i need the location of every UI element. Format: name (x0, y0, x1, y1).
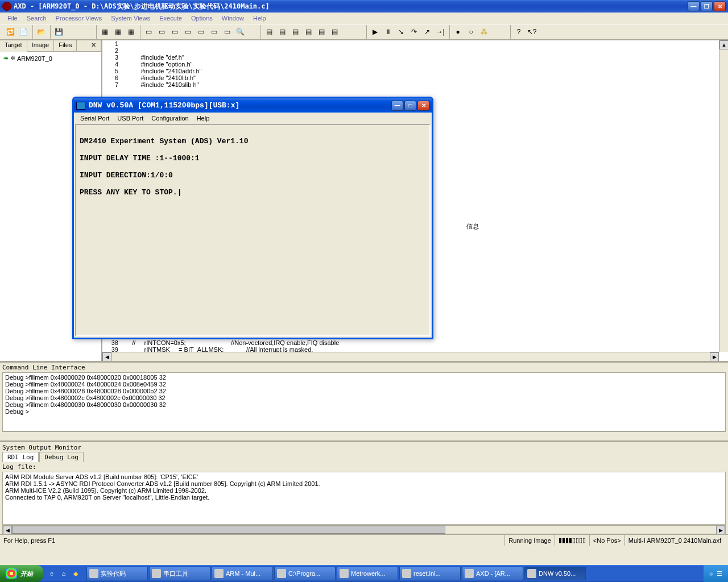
code-vscroll[interactable]: ▲ (719, 40, 728, 352)
tab-close[interactable]: ✕ (77, 40, 101, 51)
tab-rdi-log[interactable]: RDI Log (2, 452, 39, 462)
dnw-menu-serial[interactable]: Serial Port (77, 114, 112, 122)
task-icon (89, 569, 98, 578)
menu-search[interactable]: Search (23, 14, 51, 23)
tb-w2[interactable]: ▭ (155, 26, 168, 38)
tab-target[interactable]: Target (0, 40, 27, 52)
tb-c3[interactable]: ▤ (289, 26, 301, 38)
menu-help[interactable]: Help (249, 14, 270, 23)
dnw-maximize-button[interactable]: □ (404, 101, 416, 111)
dnw-menu-config[interactable]: Configuration (148, 114, 191, 122)
code-hscroll[interactable]: ◀ ▶ (102, 352, 719, 361)
ql-app-icon[interactable]: ◆ (71, 568, 81, 579)
tb-bp1[interactable]: ● (452, 26, 464, 38)
dnw-close-button[interactable]: ✕ (417, 101, 429, 111)
tb-reload[interactable]: 🔁 (4, 26, 16, 38)
dnw-terminal[interactable]: DM2410 Experiment System (ADS) Ver1.10 I… (75, 124, 431, 336)
task-item[interactable]: Metrowerk... (337, 567, 398, 580)
tray-icon[interactable]: ☰ (717, 570, 722, 577)
task-icon (277, 569, 286, 578)
tab-image[interactable]: Image (27, 40, 55, 51)
tb-w7[interactable]: ▭ (221, 26, 233, 38)
windows-flag-icon (6, 568, 17, 579)
scroll-right-icon[interactable]: ▶ (716, 526, 725, 535)
task-item[interactable]: reset.ini... (399, 567, 461, 580)
tb-open[interactable]: 📂 (35, 26, 47, 38)
tb-save[interactable]: 💾 (52, 26, 65, 38)
system-tray[interactable]: ⟐ ☰ (704, 565, 728, 582)
status-running: Running Image (504, 535, 555, 546)
tb-c5[interactable]: ▤ (315, 26, 328, 38)
tb-c4[interactable]: ▤ (302, 26, 315, 38)
minimize-button[interactable]: — (688, 1, 700, 11)
tb-bp2[interactable]: ○ (465, 26, 477, 38)
scroll-left-icon[interactable]: ◀ (102, 352, 111, 361)
tb-v2[interactable]: ▦ (111, 26, 124, 38)
axd-title-bar[interactable]: AXD - [ARM920T_0 - D:\ADS实验\步进电机驱动实验\实验代… (0, 0, 728, 13)
tb-find[interactable]: 🔍 (234, 26, 246, 38)
ql-ie-icon[interactable]: e (47, 568, 57, 579)
menu-options[interactable]: Options (187, 14, 217, 23)
ql-desktop-icon[interactable]: ⌂ (59, 568, 69, 579)
tb-load[interactable]: 📄 (17, 26, 30, 38)
tb-w6[interactable]: ▭ (208, 26, 220, 38)
tb-run-to[interactable]: →| (434, 26, 446, 38)
menu-system-views[interactable]: System Views (107, 14, 154, 23)
tray-icon[interactable]: ⟐ (709, 570, 713, 577)
cli-output[interactable]: Debug >fillmem 0x48000020 0x48000020 0x0… (2, 372, 726, 431)
menu-window[interactable]: Window (218, 14, 248, 23)
tb-w4[interactable]: ▭ (181, 26, 194, 38)
tree-root[interactable]: ➠ ✲ ARM920T_0 (2, 54, 99, 63)
tb-v1[interactable]: ▦ (98, 26, 111, 38)
task-item[interactable]: AXD - [AR... (462, 567, 523, 580)
tb-w1[interactable]: ▭ (142, 26, 155, 38)
tb-help[interactable]: ? (512, 26, 525, 38)
status-bar: For Help, press F1 Running Image ▮▮▮▮▯▯▯… (0, 534, 728, 546)
task-item[interactable]: ARM - Mul... (212, 567, 273, 580)
task-icon (152, 569, 161, 578)
cli-hscroll[interactable] (2, 431, 726, 440)
menu-processor-views[interactable]: Processor Views (52, 14, 106, 23)
start-button[interactable]: 开始 (0, 565, 43, 582)
dnw-minimize-button[interactable]: — (391, 101, 403, 111)
tab-files[interactable]: Files (54, 40, 77, 51)
tb-pause[interactable]: ⏸ (382, 26, 394, 38)
task-icon (402, 569, 411, 578)
tab-debug-log[interactable]: Debug Log (39, 452, 84, 462)
tb-step-in[interactable]: ↘ (395, 26, 407, 38)
tb-step-over[interactable]: ↷ (408, 26, 420, 38)
status-help: For Help, press F1 (3, 537, 55, 544)
task-item[interactable]: DNW v0.50... (524, 567, 586, 580)
task-item[interactable]: C:\Progra... (274, 567, 336, 580)
tb-bp3[interactable]: ⁂ (478, 26, 490, 38)
tb-c6[interactable]: ▤ (328, 26, 341, 38)
tb-w5[interactable]: ▭ (195, 26, 207, 38)
tb-c2[interactable]: ▤ (276, 26, 288, 38)
dnw-title-bar[interactable]: DNW v0.50A [COM1,115200bps][USB:x] — □ ✕ (74, 98, 432, 113)
close-button[interactable]: ✕ (714, 1, 726, 11)
dnw-window[interactable]: DNW v0.50A [COM1,115200bps][USB:x] — □ ✕… (72, 97, 433, 339)
scroll-right-icon[interactable]: ▶ (710, 352, 719, 361)
tb-v3[interactable]: ▦ (125, 26, 137, 38)
tb-context-help[interactable]: ↖? (526, 26, 538, 38)
sys-hscroll[interactable]: ◀ ▶ (2, 525, 726, 534)
axd-menu-bar: File Search Processor Views System Views… (0, 13, 728, 24)
dnw-menu-help[interactable]: Help (194, 114, 213, 122)
axd-app-icon (2, 2, 11, 11)
tb-c1[interactable]: ▤ (263, 26, 275, 38)
menu-file[interactable]: File (3, 14, 22, 23)
scroll-up-icon[interactable]: ▲ (719, 40, 728, 49)
quick-launch: e ⌂ ◆ (43, 568, 84, 579)
task-item[interactable]: 实验代码 (86, 567, 148, 580)
tb-run[interactable]: ▶ (369, 26, 381, 38)
tb-step-out[interactable]: ↗ (421, 26, 433, 38)
scroll-left-icon[interactable]: ◀ (3, 526, 12, 535)
task-item[interactable]: 串口工具 (149, 567, 210, 580)
menu-execute[interactable]: Execute (155, 14, 186, 23)
restore-button[interactable]: ❐ (701, 1, 713, 11)
axd-title-text: AXD - [ARM920T_0 - D:\ADS实验\步进电机驱动实验\实验代… (14, 2, 688, 11)
tb-w3[interactable]: ▭ (168, 26, 181, 38)
scroll-thumb[interactable] (12, 526, 445, 534)
dnw-menu-usb[interactable]: USB Port (114, 114, 146, 122)
sys-output[interactable]: ARM RDI Module Server ADS v1.2 [Build nu… (2, 472, 726, 525)
